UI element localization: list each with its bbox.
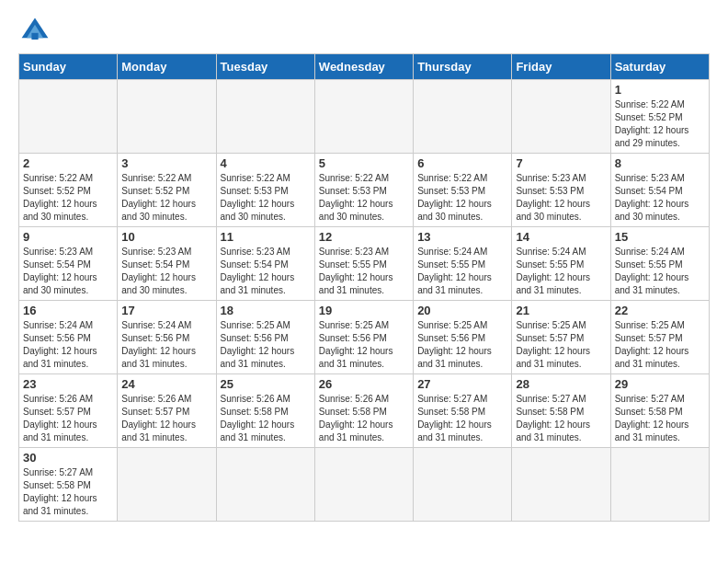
- calendar-cell: [118, 80, 216, 154]
- calendar-cell: 5Sunrise: 5:22 AM Sunset: 5:53 PM Daylig…: [314, 154, 413, 227]
- day-info: Sunrise: 5:25 AM Sunset: 5:57 PM Dayligh…: [615, 319, 705, 371]
- calendar-cell: [19, 80, 118, 154]
- logo: [18, 15, 55, 48]
- day-number: 3: [121, 156, 211, 170]
- calendar-cell: 1Sunrise: 5:22 AM Sunset: 5:52 PM Daylig…: [610, 80, 709, 154]
- day-number: 11: [221, 230, 311, 244]
- calendar-cell: 25Sunrise: 5:26 AM Sunset: 5:58 PM Dayli…: [216, 374, 314, 448]
- day-number: 30: [23, 451, 113, 465]
- week-row-5: 23Sunrise: 5:26 AM Sunset: 5:57 PM Dayli…: [19, 374, 710, 448]
- day-number: 17: [121, 304, 211, 317]
- day-info: Sunrise: 5:27 AM Sunset: 5:58 PM Dayligh…: [417, 393, 507, 444]
- day-number: 18: [221, 304, 311, 317]
- day-info: Sunrise: 5:22 AM Sunset: 5:52 PM Dayligh…: [23, 172, 113, 224]
- weekday-header-tuesday: Tuesday: [216, 54, 314, 80]
- day-info: Sunrise: 5:23 AM Sunset: 5:54 PM Dayligh…: [221, 246, 311, 297]
- day-info: Sunrise: 5:26 AM Sunset: 5:57 PM Dayligh…: [23, 393, 113, 444]
- calendar-cell: 4Sunrise: 5:22 AM Sunset: 5:53 PM Daylig…: [216, 154, 314, 227]
- calendar-cell: 9Sunrise: 5:23 AM Sunset: 5:54 PM Daylig…: [19, 227, 118, 301]
- day-info: Sunrise: 5:24 AM Sunset: 5:55 PM Dayligh…: [417, 246, 507, 297]
- calendar-cell: [118, 448, 216, 522]
- day-info: Sunrise: 5:27 AM Sunset: 5:58 PM Dayligh…: [615, 393, 705, 444]
- calendar-page: SundayMondayTuesdayWednesdayThursdayFrid…: [0, 0, 728, 540]
- calendar-cell: 6Sunrise: 5:22 AM Sunset: 5:53 PM Daylig…: [414, 154, 512, 227]
- weekday-header-monday: Monday: [118, 54, 216, 80]
- day-info: Sunrise: 5:26 AM Sunset: 5:57 PM Dayligh…: [121, 393, 211, 444]
- day-info: Sunrise: 5:23 AM Sunset: 5:54 PM Dayligh…: [23, 246, 113, 297]
- day-number: 4: [221, 156, 311, 170]
- day-number: 20: [417, 304, 507, 317]
- calendar-cell: [512, 80, 610, 154]
- week-row-3: 9Sunrise: 5:23 AM Sunset: 5:54 PM Daylig…: [19, 227, 710, 301]
- calendar-cell: [216, 80, 314, 154]
- calendar-cell: 20Sunrise: 5:25 AM Sunset: 5:56 PM Dayli…: [414, 301, 512, 374]
- weekday-header-thursday: Thursday: [414, 54, 512, 80]
- weekday-header-wednesday: Wednesday: [314, 54, 413, 80]
- day-info: Sunrise: 5:24 AM Sunset: 5:56 PM Dayligh…: [121, 319, 211, 371]
- week-row-1: 1Sunrise: 5:22 AM Sunset: 5:52 PM Daylig…: [19, 80, 710, 154]
- day-number: 1: [615, 83, 705, 97]
- day-number: 10: [121, 230, 211, 244]
- day-number: 29: [615, 377, 705, 391]
- day-number: 24: [121, 377, 211, 391]
- day-number: 6: [417, 156, 507, 170]
- day-number: 22: [615, 304, 705, 317]
- weekday-header-saturday: Saturday: [610, 54, 709, 80]
- day-info: Sunrise: 5:24 AM Sunset: 5:55 PM Dayligh…: [615, 246, 705, 297]
- calendar-cell: 13Sunrise: 5:24 AM Sunset: 5:55 PM Dayli…: [414, 227, 512, 301]
- calendar-cell: 15Sunrise: 5:24 AM Sunset: 5:55 PM Dayli…: [610, 227, 709, 301]
- calendar-cell: 27Sunrise: 5:27 AM Sunset: 5:58 PM Dayli…: [414, 374, 512, 448]
- day-info: Sunrise: 5:26 AM Sunset: 5:58 PM Dayligh…: [319, 393, 409, 444]
- day-info: Sunrise: 5:27 AM Sunset: 5:58 PM Dayligh…: [23, 466, 113, 518]
- calendar-cell: [610, 448, 709, 522]
- header: [18, 15, 710, 48]
- calendar-cell: 14Sunrise: 5:24 AM Sunset: 5:55 PM Dayli…: [512, 227, 610, 301]
- calendar-cell: [414, 80, 512, 154]
- calendar-cell: 26Sunrise: 5:26 AM Sunset: 5:58 PM Dayli…: [314, 374, 413, 448]
- day-number: 28: [516, 377, 606, 391]
- day-number: 9: [23, 230, 113, 244]
- calendar-cell: 10Sunrise: 5:23 AM Sunset: 5:54 PM Dayli…: [118, 227, 216, 301]
- day-number: 21: [516, 304, 606, 317]
- calendar-cell: [314, 448, 413, 522]
- day-info: Sunrise: 5:22 AM Sunset: 5:52 PM Dayligh…: [121, 172, 211, 224]
- day-info: Sunrise: 5:24 AM Sunset: 5:56 PM Dayligh…: [23, 319, 113, 371]
- day-info: Sunrise: 5:25 AM Sunset: 5:56 PM Dayligh…: [319, 319, 409, 371]
- day-info: Sunrise: 5:25 AM Sunset: 5:57 PM Dayligh…: [516, 319, 606, 371]
- calendar-cell: 24Sunrise: 5:26 AM Sunset: 5:57 PM Dayli…: [118, 374, 216, 448]
- day-number: 26: [319, 377, 409, 391]
- day-number: 14: [516, 230, 606, 244]
- calendar-cell: 29Sunrise: 5:27 AM Sunset: 5:58 PM Dayli…: [610, 374, 709, 448]
- day-number: 5: [319, 156, 409, 170]
- day-info: Sunrise: 5:27 AM Sunset: 5:58 PM Dayligh…: [516, 393, 606, 444]
- calendar-cell: 18Sunrise: 5:25 AM Sunset: 5:56 PM Dayli…: [216, 301, 314, 374]
- day-number: 8: [615, 156, 705, 170]
- day-number: 12: [319, 230, 409, 244]
- calendar-cell: [414, 448, 512, 522]
- calendar-cell: [512, 448, 610, 522]
- weekday-header-sunday: Sunday: [19, 54, 118, 80]
- day-number: 25: [221, 377, 311, 391]
- weekday-header-friday: Friday: [512, 54, 610, 80]
- day-info: Sunrise: 5:23 AM Sunset: 5:53 PM Dayligh…: [516, 172, 606, 224]
- calendar-cell: [314, 80, 413, 154]
- calendar-cell: 3Sunrise: 5:22 AM Sunset: 5:52 PM Daylig…: [118, 154, 216, 227]
- calendar-cell: 8Sunrise: 5:23 AM Sunset: 5:54 PM Daylig…: [610, 154, 709, 227]
- svg-rect-2: [31, 33, 38, 40]
- calendar-cell: 30Sunrise: 5:27 AM Sunset: 5:58 PM Dayli…: [19, 448, 118, 522]
- calendar-cell: 21Sunrise: 5:25 AM Sunset: 5:57 PM Dayli…: [512, 301, 610, 374]
- calendar-cell: 17Sunrise: 5:24 AM Sunset: 5:56 PM Dayli…: [118, 301, 216, 374]
- day-info: Sunrise: 5:23 AM Sunset: 5:55 PM Dayligh…: [319, 246, 409, 297]
- day-info: Sunrise: 5:25 AM Sunset: 5:56 PM Dayligh…: [417, 319, 507, 371]
- calendar-cell: 19Sunrise: 5:25 AM Sunset: 5:56 PM Dayli…: [314, 301, 413, 374]
- day-info: Sunrise: 5:23 AM Sunset: 5:54 PM Dayligh…: [121, 246, 211, 297]
- day-info: Sunrise: 5:22 AM Sunset: 5:53 PM Dayligh…: [319, 172, 409, 224]
- day-number: 23: [23, 377, 113, 391]
- day-info: Sunrise: 5:23 AM Sunset: 5:54 PM Dayligh…: [615, 172, 705, 224]
- day-number: 2: [23, 156, 113, 170]
- calendar-cell: 22Sunrise: 5:25 AM Sunset: 5:57 PM Dayli…: [610, 301, 709, 374]
- day-info: Sunrise: 5:22 AM Sunset: 5:52 PM Dayligh…: [615, 98, 705, 150]
- weekday-header-row: SundayMondayTuesdayWednesdayThursdayFrid…: [19, 54, 710, 80]
- day-info: Sunrise: 5:26 AM Sunset: 5:58 PM Dayligh…: [221, 393, 311, 444]
- day-number: 19: [319, 304, 409, 317]
